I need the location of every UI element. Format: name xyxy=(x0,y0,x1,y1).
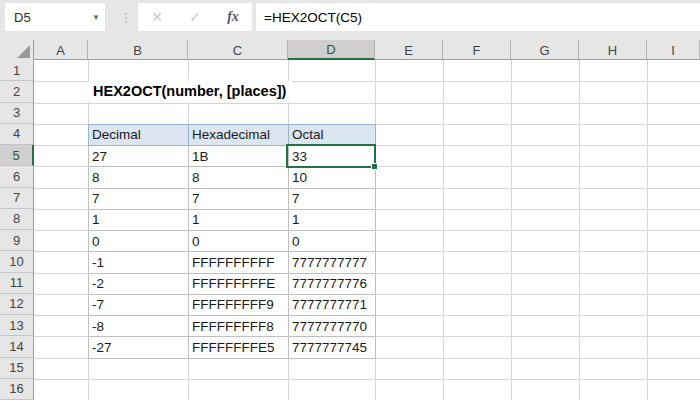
row-header-12[interactable]: 12 xyxy=(0,294,33,315)
table-cell[interactable]: -1 xyxy=(89,252,189,273)
name-box-value[interactable]: D5 xyxy=(5,10,87,25)
table-cell[interactable]: -7 xyxy=(89,294,189,315)
column-header-B[interactable]: B xyxy=(88,40,188,60)
formula-text[interactable]: =HEX2OCT(C5) xyxy=(256,10,362,25)
name-box[interactable]: D5 ▾ xyxy=(5,3,105,31)
table-header-cell[interactable]: Octal xyxy=(289,124,376,145)
table-row: 000 xyxy=(89,231,376,252)
row-header-3[interactable]: 3 xyxy=(0,103,33,124)
table-cell[interactable]: 7 xyxy=(89,188,189,209)
table-cell[interactable]: FFFFFFFFE5 xyxy=(189,337,289,358)
table-cell[interactable]: 7777777776 xyxy=(289,273,376,294)
table-cell[interactable]: FFFFFFFFF9 xyxy=(189,294,289,315)
row-header-1[interactable]: 1 xyxy=(0,60,33,81)
row-header-11[interactable]: 11 xyxy=(0,273,33,294)
table-cell[interactable]: -8 xyxy=(89,316,189,337)
column-header-C[interactable]: C xyxy=(188,40,288,60)
table-header-row: DecimalHexadecimalOctal xyxy=(89,124,376,145)
table-cell[interactable]: 7 xyxy=(289,188,376,209)
column-header-A[interactable]: A xyxy=(34,40,88,60)
table-cell[interactable]: 0 xyxy=(189,231,289,252)
row-header-7[interactable]: 7 xyxy=(0,188,33,209)
cell-b2-title[interactable]: HEX2OCT(number, [places]) xyxy=(88,81,292,102)
table-cell[interactable]: 7 xyxy=(189,188,289,209)
gridline xyxy=(34,103,700,104)
table-row: -2FFFFFFFFFE7777777776 xyxy=(89,273,376,294)
table-row: -27FFFFFFFFE57777777745 xyxy=(89,337,376,358)
table-cell[interactable]: FFFFFFFFF8 xyxy=(189,316,289,337)
row-header-13[interactable]: 13 xyxy=(0,315,33,336)
table-cell[interactable]: 1 xyxy=(289,209,376,230)
name-box-dropdown-icon[interactable]: ▾ xyxy=(87,12,105,22)
table-cell[interactable]: 7777777771 xyxy=(289,294,376,315)
row-header-10[interactable]: 10 xyxy=(0,251,33,272)
row-header-14[interactable]: 14 xyxy=(0,336,33,357)
select-all-button[interactable] xyxy=(0,40,34,60)
row-header-4[interactable]: 4 xyxy=(0,124,33,145)
table-row: 8810 xyxy=(89,167,376,188)
formula-bar-separator-icon: ⋮ xyxy=(118,3,134,31)
table-row: 777 xyxy=(89,188,376,209)
table-cell[interactable]: 1 xyxy=(189,209,289,230)
column-header-E[interactable]: E xyxy=(375,40,443,60)
select-all-icon xyxy=(17,45,30,58)
table-cell[interactable]: FFFFFFFFFE xyxy=(189,273,289,294)
table-cell[interactable]: 1 xyxy=(89,209,189,230)
table-cell[interactable]: FFFFFFFFFF xyxy=(189,252,289,273)
row-headers: 12345678910111213141516 xyxy=(0,60,34,400)
formula-buttons: ✕ ✓ fx xyxy=(138,3,252,31)
table-cell[interactable]: 27 xyxy=(89,146,189,167)
table-row: -7FFFFFFFFF97777777771 xyxy=(89,294,376,315)
column-header-D[interactable]: D xyxy=(288,40,375,60)
table-cell[interactable]: -2 xyxy=(89,273,189,294)
table-cell[interactable]: 0 xyxy=(289,231,376,252)
table-row: -1FFFFFFFFFF7777777777 xyxy=(89,252,376,273)
table-cell[interactable]: 0 xyxy=(89,231,189,252)
gridline xyxy=(34,379,700,380)
row-header-6[interactable]: 6 xyxy=(0,166,33,187)
table-cell[interactable]: 8 xyxy=(89,167,189,188)
table-cell[interactable]: 1B xyxy=(189,146,289,167)
fill-handle[interactable] xyxy=(371,163,378,170)
table-cell[interactable]: 7777777745 xyxy=(289,337,376,358)
insert-function-icon[interactable]: fx xyxy=(221,9,245,25)
cancel-icon[interactable]: ✕ xyxy=(145,9,169,25)
table-header-cell[interactable]: Decimal xyxy=(89,124,189,145)
column-header-F[interactable]: F xyxy=(443,40,511,60)
row-header-2[interactable]: 2 xyxy=(0,81,33,102)
table-cell[interactable]: 7777777770 xyxy=(289,316,376,337)
row-header-15[interactable]: 15 xyxy=(0,358,33,379)
table-header-cell[interactable]: Hexadecimal xyxy=(189,124,289,145)
column-header-G[interactable]: G xyxy=(511,40,579,60)
row-header-8[interactable]: 8 xyxy=(0,209,33,230)
enter-icon[interactable]: ✓ xyxy=(183,9,207,25)
table-cell[interactable]: 10 xyxy=(289,167,376,188)
formula-input[interactable]: =HEX2OCT(C5) xyxy=(256,3,700,31)
column-header-H[interactable]: H xyxy=(579,40,647,60)
table-row: -8FFFFFFFFF87777777770 xyxy=(89,316,376,337)
table-cell[interactable]: 8 xyxy=(189,167,289,188)
column-header-I[interactable]: I xyxy=(647,40,700,60)
row-header-9[interactable]: 9 xyxy=(0,230,33,251)
row-header-16[interactable]: 16 xyxy=(0,379,33,400)
table-row: 271B33 xyxy=(89,146,376,167)
table-cell[interactable]: 7777777777 xyxy=(289,252,376,273)
formula-bar: D5 ▾ ⋮ ✕ ✓ fx =HEX2OCT(C5) xyxy=(0,0,700,40)
table-row: 111 xyxy=(89,209,376,230)
data-table: DecimalHexadecimalOctal271B3388107771110… xyxy=(88,124,376,359)
table-cell[interactable]: 33 xyxy=(289,146,376,167)
row-header-5[interactable]: 5 xyxy=(0,145,34,166)
table-cell[interactable]: -27 xyxy=(89,337,189,358)
column-headers: ABCDEFGHI xyxy=(0,40,700,60)
